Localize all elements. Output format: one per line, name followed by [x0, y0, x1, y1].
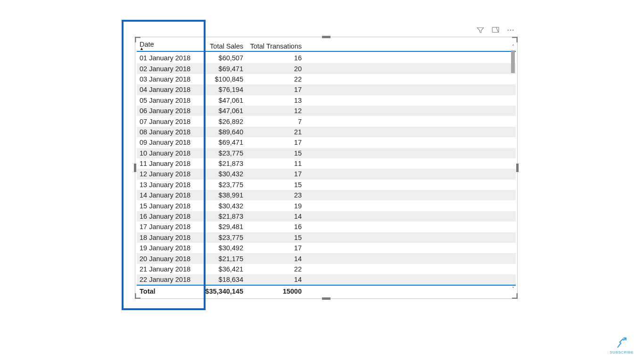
- cell-sales: $36,421: [200, 265, 245, 273]
- svg-point-1: [508, 30, 509, 31]
- cell-date: 06 January 2018: [137, 107, 200, 115]
- cell-date: 04 January 2018: [137, 86, 200, 93]
- cell-date: 08 January 2018: [137, 128, 200, 136]
- visual-action-bar: [135, 25, 518, 36]
- cell-trans: 7: [245, 118, 304, 125]
- cell-trans: 14: [245, 255, 304, 263]
- cell-date: 15 January 2018: [137, 202, 200, 210]
- filter-icon[interactable]: [476, 26, 485, 34]
- table-row[interactable]: 09 January 2018$69,47117: [137, 137, 516, 148]
- cell-date: 01 January 2018: [137, 54, 200, 62]
- cell-sales: $38,991: [200, 191, 245, 199]
- cell-sales: $23,775: [200, 234, 245, 241]
- cell-sales: $30,432: [200, 202, 245, 210]
- cell-sales: $100,845: [200, 75, 245, 83]
- table-row[interactable]: 20 January 2018$21,17514: [137, 253, 516, 263]
- table-body: 01 January 2018$60,5071602 January 2018$…: [137, 53, 516, 285]
- table-row[interactable]: 18 January 2018$23,77515: [137, 232, 516, 243]
- table-wrap: Date ▲ Total Sales Total Transations 01 …: [137, 39, 516, 297]
- cell-date: 18 January 2018: [137, 234, 200, 241]
- cell-date: 13 January 2018: [137, 181, 200, 189]
- table-row[interactable]: 01 January 2018$60,50716: [137, 53, 516, 63]
- table-row[interactable]: 17 January 2018$29,48116: [137, 222, 516, 232]
- table-row[interactable]: 03 January 2018$100,84522: [137, 74, 516, 84]
- cell-trans: 16: [245, 223, 304, 230]
- col-header-trans-label: Total Transations: [250, 42, 302, 50]
- resize-handle-tl[interactable]: [135, 37, 141, 43]
- table-row[interactable]: 16 January 2018$21,87314: [137, 211, 516, 222]
- cell-trans: 21: [245, 128, 304, 136]
- table-row[interactable]: 02 January 2018$69,47120: [137, 63, 516, 74]
- table-visual[interactable]: Date ▲ Total Sales Total Transations 01 …: [135, 37, 518, 299]
- cell-trans: 22: [245, 75, 304, 83]
- cell-trans: 15: [245, 149, 304, 157]
- cell-sales: $30,492: [200, 244, 245, 252]
- cell-date: 07 January 2018: [137, 118, 200, 125]
- col-header-trans[interactable]: Total Transations: [245, 42, 304, 50]
- cell-date: 09 January 2018: [137, 139, 200, 146]
- cell-sales: $23,775: [200, 149, 245, 157]
- table-row[interactable]: 04 January 2018$76,19417: [137, 84, 516, 95]
- cell-trans: 11: [245, 160, 304, 167]
- cell-trans: 14: [245, 276, 304, 283]
- table-row[interactable]: 22 January 2018$18,63414: [137, 274, 516, 285]
- table-row[interactable]: 08 January 2018$89,64021: [137, 127, 516, 137]
- resize-handle-bl[interactable]: [135, 292, 141, 299]
- cell-trans: 17: [245, 139, 304, 146]
- cell-trans: 15: [245, 234, 304, 241]
- table-row[interactable]: 05 January 2018$47,06113: [137, 95, 516, 106]
- resize-handle-top[interactable]: [322, 36, 330, 38]
- table-row[interactable]: 10 January 2018$23,77515: [137, 148, 516, 158]
- vertical-scrollbar[interactable]: ˄ ˅: [510, 44, 516, 292]
- cell-date: 05 January 2018: [137, 97, 200, 104]
- table-row[interactable]: 07 January 2018$26,8927: [137, 116, 516, 126]
- resize-handle-left[interactable]: [134, 164, 136, 172]
- subscribe-label: SUBSCRIBE: [610, 350, 634, 354]
- resize-handle-br[interactable]: [511, 292, 518, 299]
- table-row[interactable]: 15 January 2018$30,43219: [137, 200, 516, 211]
- col-header-sales[interactable]: Total Sales: [200, 42, 245, 50]
- cell-trans: 13: [245, 97, 304, 104]
- total-label: Total: [137, 288, 200, 295]
- table-row[interactable]: 21 January 2018$36,42122: [137, 264, 516, 274]
- cell-date: 16 January 2018: [137, 213, 200, 220]
- col-header-date[interactable]: Date ▲: [137, 41, 200, 50]
- cell-sales: $69,471: [200, 139, 245, 146]
- subscribe-icon: [616, 337, 628, 349]
- cell-sales: $76,194: [200, 86, 245, 93]
- cell-trans: 12: [245, 107, 304, 115]
- cell-sales: $21,873: [200, 213, 245, 220]
- more-options-icon[interactable]: [506, 26, 515, 34]
- table-row[interactable]: 19 January 2018$30,49217: [137, 243, 516, 253]
- scroll-down-icon[interactable]: ˅: [510, 286, 516, 292]
- table-row[interactable]: 06 January 2018$47,06112: [137, 106, 516, 116]
- table-row[interactable]: 14 January 2018$38,99123: [137, 190, 516, 200]
- table-header: Date ▲ Total Sales Total Transations: [137, 39, 516, 52]
- cell-date: 11 January 2018: [137, 160, 200, 167]
- cell-trans: 23: [245, 191, 304, 199]
- scroll-track[interactable]: [511, 50, 515, 285]
- cell-date: 02 January 2018: [137, 65, 200, 73]
- cell-sales: $69,471: [200, 65, 245, 73]
- cell-date: 20 January 2018: [137, 255, 200, 263]
- cell-date: 14 January 2018: [137, 191, 200, 199]
- svg-point-2: [510, 30, 511, 31]
- cell-sales: $47,061: [200, 97, 245, 104]
- resize-handle-bottom[interactable]: [322, 297, 330, 300]
- cell-date: 17 January 2018: [137, 223, 200, 230]
- focus-mode-icon[interactable]: [491, 26, 500, 34]
- table-row[interactable]: 12 January 2018$30,43217: [137, 169, 516, 179]
- scroll-thumb[interactable]: [511, 50, 515, 73]
- resize-handle-right[interactable]: [516, 164, 519, 172]
- cell-sales: $89,640: [200, 128, 245, 136]
- cell-trans: 22: [245, 265, 304, 273]
- scroll-up-icon[interactable]: ˄: [510, 44, 516, 49]
- cell-sales: $30,432: [200, 170, 245, 178]
- cell-date: 12 January 2018: [137, 170, 200, 178]
- cell-trans: 19: [245, 202, 304, 210]
- resize-handle-tr[interactable]: [511, 37, 518, 43]
- table-row[interactable]: 11 January 2018$21,87311: [137, 158, 516, 169]
- col-header-sales-label: Total Sales: [210, 42, 243, 50]
- cell-sales: $60,507: [200, 54, 245, 62]
- table-row[interactable]: 13 January 2018$23,77515: [137, 180, 516, 190]
